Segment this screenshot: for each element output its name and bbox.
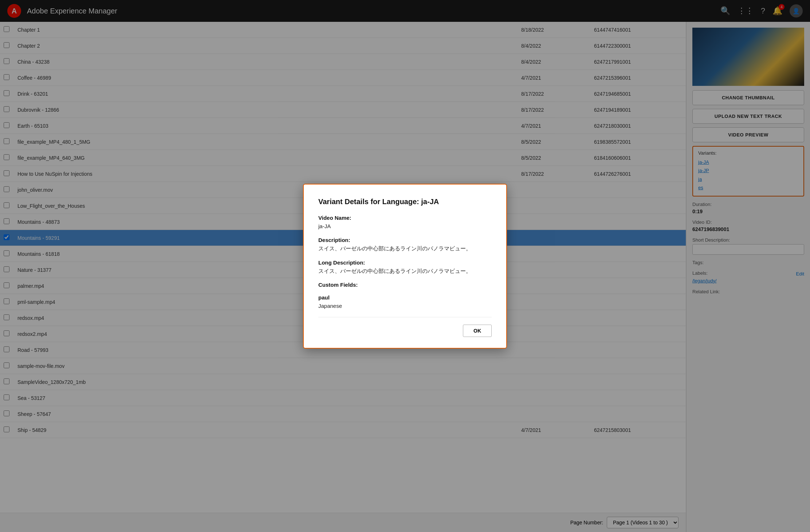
modal-video-name-field: Video Name: ja-JA [318,215,492,231]
modal-paul-field: paul Japanese [318,294,492,310]
modal-description-field: Description: スイス、バーゼルの中心部にあるライン川のパノラマビュー… [318,237,492,253]
modal-footer: OK [318,317,492,337]
variant-details-modal: Variant Details for Language: ja-JA Vide… [303,184,507,349]
modal-title: Variant Details for Language: ja-JA [318,198,492,206]
modal-long-description-field: Long Description: スイス、バーゼルの中心部にあるライン川のパノ… [318,259,492,275]
modal-custom-fields: Custom Fields: [318,282,492,288]
modal-ok-button[interactable]: OK [463,325,492,337]
modal-overlay: Variant Details for Language: ja-JA Vide… [0,0,810,532]
